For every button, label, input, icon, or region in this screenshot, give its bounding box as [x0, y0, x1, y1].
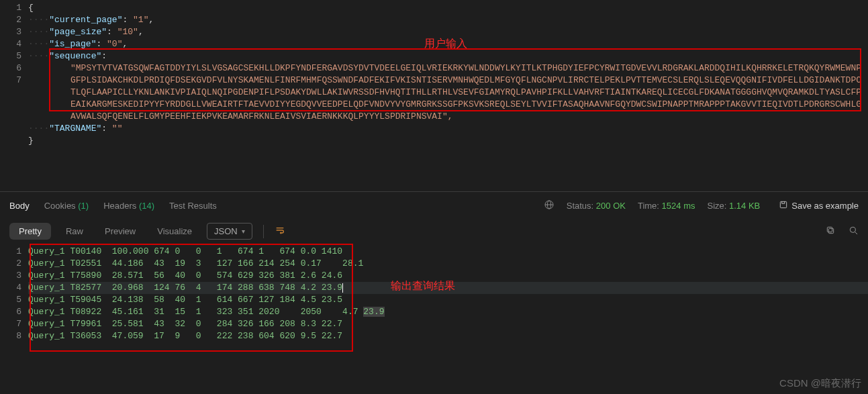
annotation-user-input: 用户输入	[424, 38, 467, 50]
result-row: Query_1 T59045 24.138 58 40 1 614 667 12…	[28, 294, 868, 306]
view-toolbar: Pretty Raw Preview Visualize JSON ▾	[0, 219, 868, 244]
result-row: Query_1 T36053 47.059 17 9 0 222 238 604…	[28, 330, 868, 342]
result-row: Query_1 T08922 45.161 31 15 1 323 351 20…	[28, 306, 868, 318]
search-icon[interactable]	[848, 225, 859, 238]
svg-point-7	[850, 227, 855, 232]
svg-rect-6	[827, 227, 832, 232]
status-value: 200 OK	[596, 201, 626, 211]
word-wrap-icon[interactable]	[275, 225, 285, 238]
save-icon	[779, 200, 788, 211]
tab-headers-label: Headers	[103, 201, 136, 211]
response-body-area: 12345678 Query_1 T00140 100.000 674 0 0 …	[0, 244, 868, 342]
network-icon[interactable]	[544, 199, 554, 212]
tab-headers-count: (14)	[139, 201, 154, 211]
svg-rect-3	[781, 201, 787, 207]
chevron-down-icon: ▾	[242, 228, 245, 235]
result-row: Query_1 T79961 25.581 43 32 0 284 326 16…	[28, 318, 868, 330]
code-area-top[interactable]: {····"current_page": "1",····"page_size"…	[28, 0, 868, 191]
size-value: 1.14 KB	[729, 201, 760, 211]
line-gutter-top: 1234567	[0, 0, 28, 191]
response-tabs-row: Body Cookies (1) Headers (14) Test Resul…	[0, 192, 868, 219]
view-preview-button[interactable]: Preview	[98, 223, 142, 240]
status-label: Status:	[567, 201, 593, 211]
tab-headers[interactable]: Headers (14)	[103, 201, 154, 211]
format-dropdown[interactable]: JSON ▾	[207, 223, 252, 240]
save-as-example-label: Save as example	[791, 201, 859, 211]
svg-rect-5	[828, 228, 833, 233]
size-block: Size: 1.14 KB	[707, 201, 760, 211]
tab-cookies[interactable]: Cookies (1)	[44, 201, 89, 211]
results-code[interactable]: Query_1 T00140 100.000 674 0 0 1 674 1 6…	[28, 244, 868, 342]
tab-cookies-count: (1)	[78, 201, 89, 211]
time-value: 1524 ms	[662, 201, 695, 211]
tab-body[interactable]: Body	[9, 201, 30, 211]
save-as-example-button[interactable]: Save as example	[779, 200, 859, 211]
view-raw-button[interactable]: Raw	[59, 223, 90, 240]
time-label: Time:	[638, 201, 659, 211]
size-label: Size:	[707, 201, 726, 211]
copy-icon[interactable]	[825, 225, 836, 238]
svg-line-8	[855, 232, 857, 234]
status-block: Status: 200 OK	[567, 201, 626, 211]
result-row: Query_1 T00140 100.000 674 0 0 1 674 1 6…	[28, 246, 868, 258]
view-visualize-button[interactable]: Visualize	[150, 223, 199, 240]
tab-cookies-label: Cookies	[44, 201, 76, 211]
view-pretty-button[interactable]: Pretty	[9, 223, 51, 240]
request-body-editor: 1234567 {····"current_page": "1",····"pa…	[0, 0, 868, 191]
vertical-separator	[263, 225, 264, 238]
annotation-output-result: 输出查询结果	[391, 280, 455, 292]
result-row: Query_1 T02551 44.186 43 19 3 127 166 21…	[28, 258, 868, 270]
time-block: Time: 1524 ms	[638, 201, 695, 211]
line-gutter-results: 12345678	[0, 244, 28, 342]
watermark-text: CSDN @暗夜潜行	[779, 377, 861, 390]
sequence-value: "MPSYTVTVATGSQWFAGTDDYIYLSLVGSAGCSEKHLLD…	[28, 62, 868, 123]
format-dropdown-label: JSON	[214, 226, 238, 236]
tab-test-results[interactable]: Test Results	[169, 201, 217, 211]
